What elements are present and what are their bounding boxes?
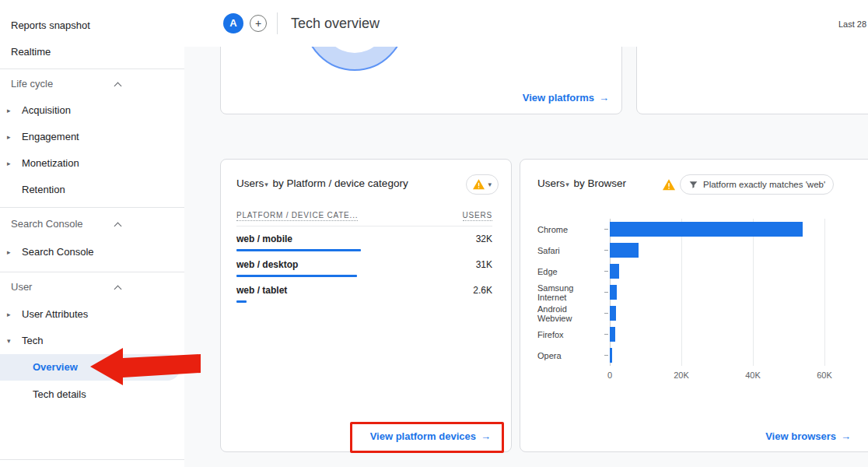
bar-track	[610, 264, 824, 279]
data-warning-dropdown[interactable]: ▾	[466, 174, 499, 195]
category-label: Android Webview	[537, 304, 603, 323]
sidebar-item-overview[interactable]: Overview	[0, 354, 180, 381]
column-header-category[interactable]: PLATFORM / DEVICE CATE...	[236, 211, 358, 221]
view-browsers-link[interactable]: View browsers→	[765, 430, 851, 442]
filter-funnel-icon	[688, 180, 698, 190]
sidebar-item-engagement[interactable]: ▸ Engagement	[0, 124, 184, 150]
sidebar-item-tech-details[interactable]: Tech details	[0, 381, 184, 408]
tick-mark	[604, 229, 608, 230]
sidebar-item-retention[interactable]: Retention	[0, 177, 184, 203]
tick-mark	[604, 271, 608, 272]
section-label: Life cycle	[11, 78, 53, 90]
row-bar	[236, 300, 247, 303]
bar	[610, 243, 639, 258]
section-label: User	[11, 281, 32, 293]
chart-row: Firefox	[537, 324, 849, 345]
x-tick-label: 40K	[745, 370, 761, 380]
arrow-right-icon: →	[599, 92, 609, 104]
category-label: Safari	[537, 246, 603, 255]
bar	[610, 348, 612, 363]
platform-device-card: Users▾ by Platform / device category ▾ P…	[220, 159, 512, 452]
account-avatar[interactable]: A	[223, 13, 243, 33]
filter-chip[interactable]: Platform exactly matches 'web'	[680, 174, 834, 195]
chevron-up-icon	[114, 223, 122, 230]
warning-icon[interactable]	[663, 179, 675, 194]
bar	[610, 285, 617, 300]
table-header: PLATFORM / DEVICE CATE... USERS	[236, 208, 492, 226]
sidebar-item-user-attributes[interactable]: ▸ User Attributes	[0, 301, 184, 328]
row-category: web / tablet	[236, 285, 287, 296]
row-category: web / mobile	[236, 234, 292, 244]
divider	[0, 68, 184, 69]
browser-bar-chart: Chrome Safari Edge Samsung Internet Andr	[537, 219, 849, 366]
category-label: Chrome	[537, 225, 603, 234]
bar	[610, 264, 619, 279]
donut-hole	[322, 47, 387, 53]
expand-right-icon: ▸	[7, 239, 11, 265]
bar-track	[610, 243, 824, 258]
chart-row: Safari	[537, 240, 849, 261]
chart-row: Edge	[537, 261, 849, 282]
expand-right-icon: ▸	[7, 97, 11, 124]
expand-right-icon: ▸	[7, 301, 11, 328]
chart-row: Samsung Internet	[537, 282, 849, 303]
column-header-users[interactable]: USERS	[463, 211, 492, 221]
tick-mark	[604, 250, 608, 251]
bar	[610, 222, 803, 237]
add-comparison-button[interactable]: +	[250, 15, 267, 32]
table-row: web / desktop 31K	[236, 257, 492, 283]
caret-down-icon: ▾	[264, 181, 268, 188]
tick-mark	[604, 334, 608, 335]
item-label: Monetization	[22, 157, 79, 169]
chart-row: Chrome	[537, 219, 849, 240]
category-label: Edge	[537, 267, 603, 276]
sidebar-item-search-console[interactable]: ▸ Search Console	[0, 239, 184, 265]
table-row: web / tablet 2.6K	[236, 283, 492, 308]
card-title-rest: by Platform / device category	[273, 177, 408, 189]
platforms-donut-card: View platforms→	[220, 47, 622, 114]
chevron-up-icon	[114, 83, 122, 90]
warning-icon	[473, 179, 485, 190]
x-tick-label: 60K	[817, 370, 832, 380]
row-bar	[236, 275, 357, 277]
row-users-value: 31K	[476, 259, 492, 270]
arrow-right-icon: →	[841, 430, 851, 442]
bar-track	[610, 222, 824, 237]
sidebar: Reports snapshot Realtime Life cycle ▸ A…	[0, 0, 184, 467]
sidebar-section-life-cycle[interactable]: Life cycle	[0, 72, 184, 97]
date-range-selector[interactable]: Last 28	[838, 19, 866, 29]
bar-track	[610, 285, 824, 300]
sidebar-item-tech[interactable]: ▾ Tech	[0, 328, 184, 354]
sidebar-section-user[interactable]: User	[0, 275, 184, 300]
metric-selector[interactable]: Users	[236, 177, 264, 189]
card-title: Users▾ by Platform / device category	[236, 177, 408, 189]
bar-track	[610, 306, 824, 321]
row-users-value: 2.6K	[473, 285, 492, 296]
sidebar-item-monetization[interactable]: ▸ Monetization	[0, 150, 184, 177]
chevron-up-icon	[114, 286, 122, 293]
caret-down-icon: ▾	[565, 181, 569, 188]
expand-right-icon: ▸	[7, 124, 11, 150]
sidebar-item-acquisition[interactable]: ▸ Acquisition	[0, 97, 184, 124]
divider	[277, 12, 278, 34]
section-label: Search Console	[11, 218, 83, 230]
category-label: Samsung Internet	[537, 283, 603, 302]
divider	[0, 459, 184, 460]
bar-track	[610, 348, 824, 363]
bar	[610, 306, 616, 321]
tick-mark	[604, 355, 608, 356]
sidebar-item-reports-snapshot[interactable]: Reports snapshot	[0, 12, 184, 39]
annotation-highlight-box	[350, 422, 504, 453]
item-label: Acquisition	[22, 104, 71, 116]
tick-mark	[604, 292, 608, 293]
row-users-value: 32K	[476, 234, 492, 244]
sidebar-item-realtime[interactable]: Realtime	[0, 39, 184, 65]
x-axis-ticks: 0 20K 40K 60K	[610, 370, 824, 381]
metric-selector[interactable]: Users	[537, 177, 565, 189]
item-label: User Attributes	[22, 308, 88, 320]
card-title: Users▾ by Browser	[537, 177, 626, 189]
x-tick-label: 20K	[674, 370, 689, 380]
view-platforms-link[interactable]: View platforms→	[523, 92, 609, 104]
table-row: web / mobile 32K	[236, 231, 492, 257]
sidebar-section-search-console[interactable]: Search Console	[0, 212, 184, 237]
